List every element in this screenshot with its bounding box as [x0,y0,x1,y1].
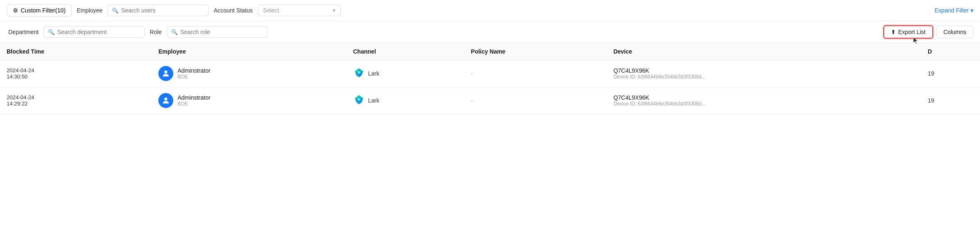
cursor-icon [912,36,920,45]
data-table: Blocked Time Employee Channel Policy Nam… [0,43,980,114]
col-employee: Employee [152,43,346,60]
device-uuid: Device ID: 63f8644b6e354bb3d3f3308d... [614,101,915,107]
col-channel: Channel [347,43,464,60]
col-blocked-time: Blocked Time [0,43,152,60]
cell-d: 19 [921,87,980,114]
cell-policy-name: - [464,87,607,114]
gear-icon: ⚙ [13,7,18,14]
cell-device: Q7C4L9X96KDevice ID: 63f8644b6e354bb3d3f… [607,87,921,114]
device-name: Q7C4L9X96K [614,94,915,101]
employee-name: Adminstrator [177,67,210,74]
account-status-select[interactable]: Select ▾ [258,5,341,16]
cell-policy-name: - [464,60,607,87]
columns-button[interactable]: Columns [936,26,973,38]
custom-filter-button[interactable]: ⚙ Custom Filter(10) [7,4,72,17]
channel-name: Lark [368,70,379,77]
columns-label: Columns [944,29,966,35]
avatar [158,93,173,108]
device-name: Q7C4L9X96K [614,67,915,74]
department-label: Department [7,29,40,35]
employee-name: Adminstrator [177,94,210,101]
channel-name: Lark [368,97,379,104]
table-body: 2024-04-24 14:30:50AdminstratorBOE Lark-… [0,60,980,114]
table-header: Blocked Time Employee Channel Policy Nam… [0,43,980,60]
table-header-row: Blocked Time Employee Channel Policy Nam… [0,43,980,60]
table-row: 2024-04-24 14:30:50AdminstratorBOE Lark-… [0,60,980,87]
role-label: Role [148,29,163,35]
cell-blocked-time: 2024-04-24 14:29:22 [0,87,152,114]
filter-top-bar: ⚙ Custom Filter(10) Employee 🔍 Account S… [0,0,980,21]
cell-device: Q7C4L9X96KDevice ID: 63f8644b6e354bb3d3f… [607,60,921,87]
chevron-down-icon: ▾ [333,7,335,13]
cell-blocked-time: 2024-04-24 14:30:50 [0,60,152,87]
select-placeholder: Select [263,7,330,14]
search-users-icon: 🔍 [112,7,119,14]
svg-point-4 [165,98,167,100]
search-users-input[interactable] [121,7,204,14]
export-list-button[interactable]: ⬆ Export List [883,25,933,39]
table-row: 2024-04-24 14:29:22AdminstratorBOE Lark-… [0,87,980,114]
lark-icon [353,94,365,107]
search-department-input[interactable] [57,29,140,35]
employee-label: Employee [75,7,104,14]
search-role-input[interactable] [180,29,263,35]
col-device: Device [607,43,921,60]
account-status-label: Account Status [212,7,254,14]
search-users-wrapper[interactable]: 🔍 [107,5,209,16]
export-list-label: Export List [898,29,926,35]
filter-bottom-bar: Department 🔍 Role 🔍 ⬆ Export List Column… [0,21,980,43]
device-uuid: Device ID: 63f8644b6e354bb3d3f3308d... [614,74,915,80]
data-table-container: Blocked Time Employee Channel Policy Nam… [0,43,980,114]
employee-department: BOE [177,101,210,107]
employee-department: BOE [177,74,210,80]
custom-filter-label: Custom Filter(10) [21,7,65,14]
col-d: D [921,43,980,60]
cell-employee: AdminstratorBOE [152,60,346,87]
expand-filter-button[interactable]: Expand Filter ▾ [935,7,973,14]
export-btn-container: ⬆ Export List [883,25,933,39]
search-department-icon: 🔍 [48,29,55,35]
avatar [158,66,173,81]
search-role-wrapper[interactable]: 🔍 [167,26,268,38]
cell-d: 19 [921,60,980,87]
export-icon: ⬆ [891,29,896,35]
search-department-wrapper[interactable]: 🔍 [44,26,145,38]
expand-filter-label: Expand Filter [935,7,969,14]
lark-icon [353,67,365,80]
expand-filter-chevron-icon: ▾ [970,7,973,14]
cell-channel: Lark [347,87,464,114]
svg-point-0 [165,71,167,73]
cell-employee: AdminstratorBOE [152,87,346,114]
cell-channel: Lark [347,60,464,87]
col-policy-name: Policy Name [464,43,607,60]
search-role-icon: 🔍 [171,29,178,35]
